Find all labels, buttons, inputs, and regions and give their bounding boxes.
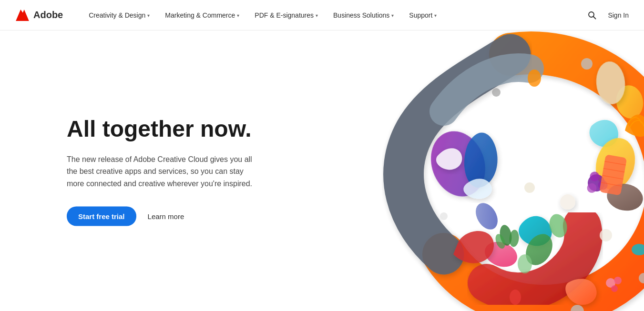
adobe-logo-icon (15, 10, 30, 21)
nav-right: Sign In (586, 9, 629, 21)
main-nav: Adobe Creativity & Design ▾ Marketing & … (0, 0, 644, 30)
nav-item-creativity[interactable]: Creativity & Design ▾ (82, 0, 156, 30)
svg-point-19 (492, 88, 501, 97)
svg-point-34 (611, 285, 618, 292)
nav-item-business[interactable]: Business Solutions ▾ (327, 0, 400, 30)
hero-content: All together now. The new release of Ado… (67, 115, 257, 226)
adobe-logo-text: Adobe (33, 10, 63, 20)
learn-more-link[interactable]: Learn more (148, 212, 184, 221)
svg-point-14 (581, 58, 593, 70)
svg-line-3 (593, 16, 596, 19)
svg-point-18 (440, 212, 448, 220)
svg-point-26 (510, 290, 521, 305)
hero-body: The new release of Adobe Creative Cloud … (67, 153, 257, 190)
nav-item-marketing[interactable]: Marketing & Commerce ▾ (158, 0, 246, 30)
svg-point-21 (560, 194, 575, 210)
chevron-down-icon: ▾ (391, 13, 394, 18)
hero-actions: Start free trial Learn more (67, 207, 257, 226)
chevron-down-icon: ▾ (434, 13, 437, 18)
chevron-down-icon: ▾ (237, 13, 239, 18)
adobe-logo[interactable]: Adobe (15, 10, 63, 21)
nav-links: Creativity & Design ▾ Marketing & Commer… (82, 0, 586, 30)
svg-point-24 (528, 70, 541, 87)
start-free-trial-button[interactable]: Start free trial (67, 207, 136, 226)
creative-cloud-swirl (282, 30, 644, 311)
svg-point-11 (471, 199, 502, 233)
nav-item-pdf[interactable]: PDF & E-signatures ▾ (248, 0, 325, 30)
svg-point-22 (524, 182, 535, 193)
hero-illustration (282, 30, 644, 311)
hero-section: All together now. The new release of Ado… (0, 30, 644, 311)
svg-point-9 (518, 254, 532, 273)
svg-point-33 (614, 277, 622, 284)
chevron-down-icon: ▾ (147, 13, 150, 18)
nav-item-support[interactable]: Support ▾ (402, 0, 443, 30)
svg-point-23 (600, 229, 612, 241)
sign-in-link[interactable]: Sign In (608, 11, 629, 19)
search-button[interactable] (586, 9, 598, 21)
hero-headline: All together now. (67, 115, 257, 141)
chevron-down-icon: ▾ (316, 13, 318, 18)
search-icon (588, 11, 596, 20)
